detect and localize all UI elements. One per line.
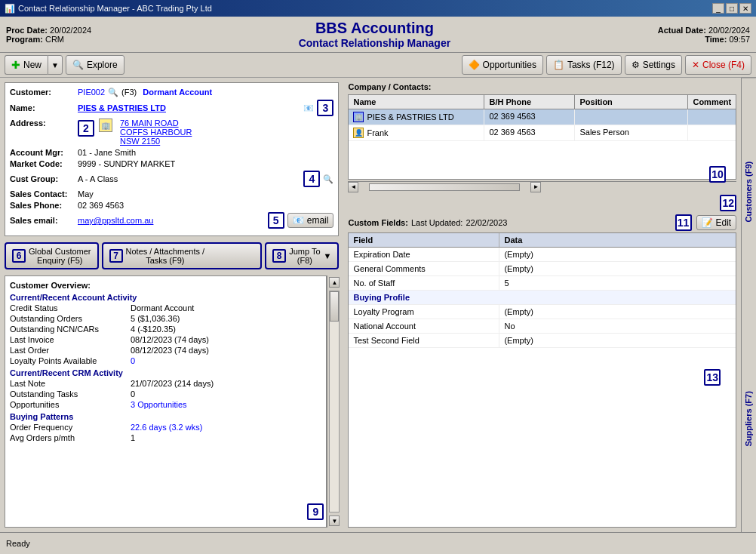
f3-hint: (F3): [121, 88, 137, 97]
scrollbar-thumb[interactable]: [330, 291, 339, 322]
sales-contact-value: May: [78, 189, 94, 199]
contact-row-frank[interactable]: 👤 Frank 02 369 4563 Sales Person: [349, 125, 736, 141]
cf-data-general-comments: (Empty): [499, 262, 736, 275]
badge-8: 8: [272, 249, 286, 263]
time-value: 09:57: [729, 35, 750, 44]
sales-phone-value: 02 369 4563: [78, 201, 124, 210]
hscroll-bar[interactable]: [369, 183, 520, 191]
title-bar: 📊 Contact Relationship Manager - ABC Tra…: [0, 0, 756, 17]
hscroll-right[interactable]: ►: [530, 182, 541, 192]
cf-field-staff: No. of Staff: [349, 276, 499, 290]
contact-frank-name: 👤 Frank: [349, 125, 484, 140]
maximize-button[interactable]: □: [726, 3, 738, 14]
app-subtitle: Contact Relationship Manager: [299, 37, 450, 49]
contacts-empty-area: [349, 141, 736, 179]
contacts-table-header: Name B/H Phone Position Comment: [349, 95, 736, 109]
nav-buttons: 6 Global CustomerEnquiry (F5) 7 Notes / …: [5, 242, 339, 269]
close-button[interactable]: ✕ Close (F4): [685, 55, 751, 75]
cf-row-test-field[interactable]: Test Second Field (Empty): [349, 334, 736, 348]
scroll-up-arrow[interactable]: ▲: [329, 277, 340, 288]
cf-data-staff: 5: [499, 276, 736, 290]
badge-12: 12: [720, 195, 736, 211]
cf-row-staff[interactable]: No. of Staff 5: [349, 276, 736, 291]
sales-email-value[interactable]: may@ppsltd.com.au: [78, 216, 268, 225]
overview-section-3-header: Buying Patterns: [10, 412, 321, 421]
badge-7: 7: [109, 249, 123, 263]
customer-code-row: Customer: PIE002 🔍 (F3) Dormant Account: [10, 88, 333, 97]
address-line2[interactable]: COFFS HARBOUR: [120, 128, 192, 137]
settings-button[interactable]: ⚙ Settings: [625, 55, 682, 75]
account-mgr-value: 01 - Jane Smith: [78, 148, 136, 157]
new-dropdown-arrow[interactable]: ▼: [48, 55, 63, 75]
contact-row-company[interactable]: 🏢 PIES & PASTRIES LTD 02 369 4563: [349, 109, 736, 125]
new-split-button[interactable]: ✚ New ▼: [5, 55, 63, 75]
ov-opportunities: Opportunities3 Opportunities: [10, 400, 321, 409]
overview-section-2-header: Current/Recent CRM Activity: [10, 368, 321, 377]
notes-attachments-button[interactable]: 7 Notes / Attachments /Tasks (F9): [102, 242, 263, 269]
customer-name[interactable]: PIES & PASTRIES LTD: [78, 103, 303, 112]
search-icon[interactable]: 🔍: [108, 88, 118, 97]
scroll-down-arrow[interactable]: ▼: [329, 516, 340, 526]
cf-empty-area: 13: [349, 348, 736, 393]
sales-phone-label: Sales Phone:: [10, 201, 78, 210]
address-line1[interactable]: 76 MAIN ROAD: [120, 118, 192, 128]
cf-row-general-comments[interactable]: General Comments (Empty): [349, 262, 736, 276]
new-label: New: [23, 60, 41, 70]
settings-label: Settings: [643, 60, 675, 70]
ov-outstanding-orders: Outstanding Orders5 ($1,036.36): [10, 314, 321, 323]
cf-row-national[interactable]: National Account No: [349, 319, 736, 334]
edit-label: Edit: [716, 217, 732, 228]
cf-section-buying-profile: Buying Profile: [349, 291, 736, 305]
window-controls: _ □ ✕: [712, 3, 751, 14]
hscroll-left[interactable]: ◄: [348, 182, 358, 192]
new-button[interactable]: ✚ New: [5, 55, 48, 75]
cf-table-header: Field Data: [349, 233, 736, 248]
company-icon: 🏢: [353, 112, 364, 122]
custom-fields-header-row: Custom Fields: Last Updated: 22/02/2023 …: [348, 214, 736, 231]
overview-section: Customer Overview: Current/Recent Accoun…: [5, 275, 327, 528]
col-phone-header: B/H Phone: [484, 95, 575, 109]
opportunities-button[interactable]: 🔶 Opportunities: [462, 55, 543, 75]
customer-code[interactable]: PIE002: [78, 88, 105, 97]
lookup-icon[interactable]: 🔍: [323, 174, 333, 184]
col-name-header: Name: [349, 95, 484, 109]
cust-group-label: Cust Group:: [10, 174, 78, 183]
contact-company-name: 🏢 PIES & PASTRIES LTD: [349, 109, 484, 125]
suppliers-tab[interactable]: Suppliers (F7): [742, 306, 756, 533]
close-window-button[interactable]: ✕: [739, 3, 751, 14]
minimize-button[interactable]: _: [712, 3, 724, 14]
tasks-button[interactable]: 📋 Tasks (F12): [546, 55, 622, 75]
address-lines: 76 MAIN ROAD COFFS HARBOUR NSW 2150: [120, 118, 192, 146]
ov-loyalty-points: Loyalty Points Available0: [10, 356, 321, 365]
cf-row-loyalty[interactable]: Loyalty Program (Empty): [349, 305, 736, 319]
overview-section-1-header: Current/Recent Account Activity: [10, 293, 321, 302]
ov-outstanding-tasks: Outstanding Tasks0: [10, 389, 321, 399]
cf-row-expiration[interactable]: Expiration Date (Empty): [349, 248, 736, 262]
col-comment-header: Comment: [688, 95, 736, 109]
contact-frank-position: Sales Person: [575, 125, 688, 140]
edit-icon: 📝: [702, 217, 713, 228]
email-icon[interactable]: 📧: [303, 103, 314, 113]
explore-button[interactable]: 🔍 Explore: [66, 55, 124, 75]
contacts-hscroll: ◄ ►: [348, 181, 736, 192]
jump-to-button[interactable]: 8 Jump To(F8) ▼: [265, 242, 339, 269]
cf-field-general-comments: General Comments: [349, 262, 499, 275]
address-line3[interactable]: NSW 2150: [120, 137, 192, 146]
edit-button[interactable]: 📝 Edit: [696, 215, 737, 230]
name-label: Name:: [10, 103, 78, 112]
global-enquiry-button[interactable]: 6 Global CustomerEnquiry (F5): [5, 242, 99, 269]
badge-13: 13: [704, 369, 721, 386]
settings-icon: ⚙: [632, 60, 640, 70]
tasks-label: Tasks (F12): [567, 60, 615, 70]
customer-name-row: Name: PIES & PASTRIES LTD 📧 3: [10, 100, 333, 116]
custom-fields-updated-label: Last Updated:: [411, 218, 463, 227]
badge-9: 9: [307, 503, 324, 520]
customers-tab[interactable]: Customers (F9): [742, 78, 756, 306]
badge-10: 10: [709, 166, 726, 183]
ov-last-invoice: Last Invoice08/12/2023 (74 days): [10, 335, 321, 344]
scrollbar-track[interactable]: [329, 291, 340, 512]
overview-wrapper: Customer Overview: Current/Recent Accoun…: [5, 275, 339, 528]
email-button[interactable]: 📧 email: [287, 213, 334, 228]
cust-group-row: Cust Group: A - A Class 4 🔍: [10, 171, 333, 187]
app-icon: 📊: [5, 4, 15, 14]
